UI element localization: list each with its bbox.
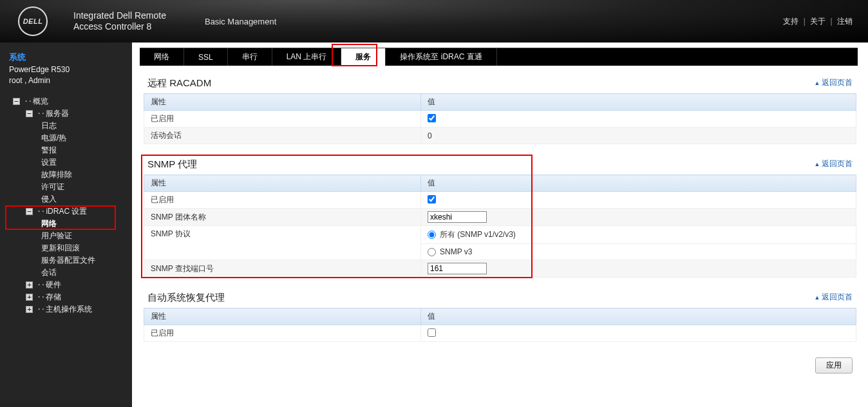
col-attribute: 属性 <box>144 175 421 192</box>
attr-enabled: 已启用 <box>144 192 421 209</box>
col-value: 值 <box>421 308 856 325</box>
tab-serial[interactable]: 串行 <box>228 48 272 66</box>
snmp-port-input[interactable] <box>428 263 487 274</box>
tree-license[interactable]: 许可证 <box>0 181 132 193</box>
attr-community: SNMP 团体名称 <box>144 209 421 226</box>
separator: | <box>804 17 806 26</box>
snmp-proto-all-radio[interactable] <box>428 231 436 239</box>
attr-enabled: 已启用 <box>144 111 421 128</box>
apply-button[interactable]: 应用 <box>815 357 853 374</box>
separator: | <box>831 17 833 26</box>
section-racadm: 远程 RACADM 返回页首 属性 值 已启用 活动会话 0 <box>144 75 856 144</box>
tree-settings[interactable]: 设置 <box>0 156 132 169</box>
content-area: 网络 SSL 串行 LAN 上串行 服务 操作系统至 iDRAC 直通 远程 R… <box>132 43 868 407</box>
tree-label: 硬件 <box>46 279 61 290</box>
sidebar-model: PowerEdge R530 <box>0 64 132 75</box>
sidebar-user: root , Admin <box>0 75 132 86</box>
attr-enabled: 已启用 <box>144 325 421 342</box>
tab-lan[interactable]: LAN 上串行 <box>272 48 342 66</box>
tree-hostos[interactable]: + ·· 主机操作系统 <box>0 303 132 316</box>
sidebar: 系统 PowerEdge R530 root , Admin − ·· 概览 −… <box>0 43 132 407</box>
tree-label: 概览 <box>33 96 48 107</box>
tab-bar: 网络 SSL 串行 LAN 上串行 服务 操作系统至 iDRAC 直通 <box>140 48 858 66</box>
tree-auth[interactable]: 用户验证 <box>0 230 132 242</box>
tree-troubleshoot[interactable]: 故障排除 <box>0 169 132 181</box>
content-panel: 远程 RACADM 返回页首 属性 值 已启用 活动会话 0 <box>132 66 868 407</box>
snmp-table: 属性 值 已启用 SNMP 团体名称 SNMP 协议 所有 (SN <box>144 175 856 278</box>
nav-tree: − ·· 概览 − ·· 服务器 日志 电源/热 警报 设置 故障排除 许可证 … <box>0 95 132 316</box>
main-layout: 系统 PowerEdge R530 root , Admin − ·· 概览 −… <box>0 43 868 407</box>
tab-services[interactable]: 服务 <box>341 48 386 66</box>
tab-network[interactable]: 网络 <box>140 48 184 66</box>
val-enabled <box>421 192 856 209</box>
val-community <box>421 209 856 226</box>
tree-power[interactable]: 电源/热 <box>0 132 132 144</box>
back-to-top-link[interactable]: 返回页首 <box>815 292 853 303</box>
autorecover-table: 属性 值 已启用 <box>144 308 856 342</box>
tab-ssl[interactable]: SSL <box>184 48 228 66</box>
tree-overview[interactable]: − ·· 概览 <box>0 95 132 108</box>
app-header: DELL Integrated Dell Remote Access Contr… <box>0 0 868 43</box>
back-to-top-link[interactable]: 返回页首 <box>815 77 853 88</box>
expand-icon[interactable]: + <box>26 306 33 313</box>
snmp-community-input[interactable] <box>428 211 487 223</box>
tree-label: 服务器 <box>46 108 69 119</box>
tree-logs[interactable]: 日志 <box>0 120 132 132</box>
back-to-top-link[interactable]: 返回页首 <box>815 158 853 169</box>
tab-osidrac[interactable]: 操作系统至 iDRAC 直通 <box>386 48 496 66</box>
footer-buttons: 应用 <box>144 354 856 374</box>
expand-icon[interactable]: + <box>26 294 33 301</box>
product-line2: Access Controller 8 <box>73 21 166 33</box>
section-autorecover: 自动系统恢复代理 返回页首 属性 值 已启用 <box>144 289 856 342</box>
header-links: 支持 | 关于 | 注销 <box>780 16 855 27</box>
col-value: 值 <box>421 94 856 111</box>
racadm-table: 属性 值 已启用 活动会话 0 <box>144 93 856 144</box>
radio-label: 所有 (SNMP v1/v2/v3) <box>440 229 516 240</box>
tabs-container: 网络 SSL 串行 LAN 上串行 服务 操作系统至 iDRAC 直通 <box>140 43 858 66</box>
tree-storage[interactable]: + ·· 存储 <box>0 291 132 303</box>
col-attribute: 属性 <box>144 94 421 111</box>
snmp-proto-v3-radio[interactable] <box>428 248 436 256</box>
tree-profile[interactable]: 服务器配置文件 <box>0 254 132 267</box>
product-title: Integrated Dell Remote Access Controller… <box>73 10 166 33</box>
col-attribute: 属性 <box>144 308 421 325</box>
tree-intrusion[interactable]: 侵入 <box>0 193 132 205</box>
collapse-icon[interactable]: − <box>13 98 20 105</box>
support-link[interactable]: 支持 <box>783 17 798 26</box>
sidebar-title: 系统 <box>0 49 132 64</box>
attr-port: SNMP 查找端口号 <box>144 260 421 278</box>
tree-label: iDRAC 设置 <box>46 206 87 217</box>
section-title: SNMP 代理 <box>144 156 856 175</box>
section-snmp: SNMP 代理 返回页首 属性 值 已启用 SNMP 团体名称 <box>144 156 856 278</box>
tree-alerts[interactable]: 警报 <box>0 144 132 156</box>
collapse-icon[interactable]: − <box>26 110 33 117</box>
logo-area: DELL <box>18 6 48 36</box>
tree-session[interactable]: 会话 <box>0 267 132 279</box>
tree-label: 主机操作系统 <box>46 304 92 315</box>
tree-label: 存储 <box>46 292 61 303</box>
expand-icon[interactable]: + <box>26 281 33 289</box>
val-protocol-v3: SNMP v3 <box>421 244 856 260</box>
dell-logo: DELL <box>18 6 48 36</box>
radio-label: SNMP v3 <box>440 247 472 256</box>
section-title: 自动系统恢复代理 <box>144 289 856 308</box>
logout-link[interactable]: 注销 <box>837 17 853 26</box>
val-port <box>421 260 856 278</box>
attr-protocol: SNMP 协议 <box>144 226 421 260</box>
snmp-enabled-checkbox[interactable] <box>428 195 436 204</box>
val-protocol-all: 所有 (SNMP v1/v2/v3) <box>421 226 856 244</box>
val-enabled <box>421 325 856 342</box>
about-link[interactable]: 关于 <box>810 17 826 26</box>
section-title: 远程 RACADM <box>144 75 856 93</box>
attr-sessions: 活动会话 <box>144 128 421 144</box>
tree-network[interactable]: 网络 <box>0 218 132 230</box>
val-enabled <box>421 111 856 128</box>
tree-server[interactable]: − ·· 服务器 <box>0 108 132 120</box>
autorecover-enabled-checkbox[interactable] <box>428 328 436 337</box>
tree-idrac[interactable]: − ·· iDRAC 设置 <box>0 205 132 218</box>
collapse-icon[interactable]: − <box>26 208 33 215</box>
product-line1: Integrated Dell Remote <box>73 10 166 22</box>
racadm-enabled-checkbox[interactable] <box>428 114 436 122</box>
tree-hardware[interactable]: + ·· 硬件 <box>0 279 132 291</box>
tree-update[interactable]: 更新和回滚 <box>0 242 132 254</box>
